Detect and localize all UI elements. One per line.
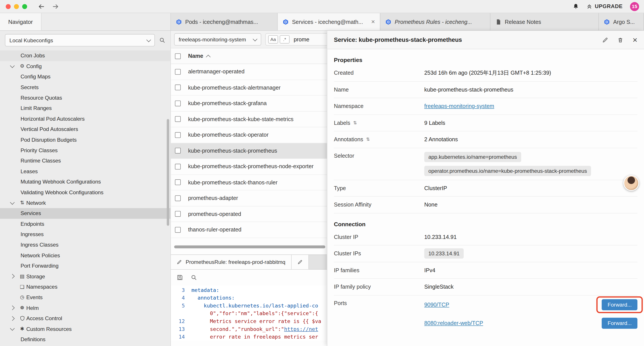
sidebar-item-network-policies[interactable]: Network Policies: [0, 250, 170, 261]
sidebar-item-network[interactable]: ⇅Network: [0, 198, 170, 208]
minimize-window-button[interactable]: [14, 4, 19, 9]
row-checkbox[interactable]: [175, 116, 180, 122]
namespace-link[interactable]: freeleaps-monitoring-system: [424, 103, 494, 109]
tab-services[interactable]: Services - icecheng@math... ×: [278, 13, 380, 30]
service-details-drawer: Service: kube-prometheus-stack-prometheu…: [327, 31, 644, 346]
item-label: Priority Classes: [20, 147, 58, 153]
sidebar-item-config-maps[interactable]: Config Maps: [0, 71, 170, 82]
tab-release-notes[interactable]: Release Notes: [490, 13, 599, 30]
row-checkbox[interactable]: [175, 148, 180, 153]
sidebar-item-services[interactable]: Services: [0, 208, 170, 219]
code-text: annotations:: [191, 294, 234, 302]
sidebar-item-resource-quotas[interactable]: Resource Quotas: [0, 92, 170, 103]
app-window: UPGRADE 15 Navigator Pods - icecheng@mat…: [0, 0, 644, 346]
close-window-button[interactable]: [6, 4, 10, 9]
match-case-toggle[interactable]: Aa: [268, 35, 278, 43]
item-label: Cron Jobs: [20, 52, 45, 59]
search-icon[interactable]: [190, 274, 197, 281]
kubernetes-icon: [385, 19, 392, 25]
sidebar-item-port-forwarding[interactable]: Port Forwarding: [0, 261, 170, 271]
delete-trash-icon[interactable]: [618, 37, 624, 43]
kubeconfig-selector[interactable]: Local Kubeconfigs: [5, 34, 155, 46]
detail-row-session-affinity: Session Affinity None: [334, 197, 638, 213]
sidebar-scrollbar[interactable]: [167, 119, 169, 226]
sidebar-item-leases[interactable]: Leases: [0, 166, 170, 177]
sidebar-item-vertical-pod-autoscalers[interactable]: Vertical Pod Autoscalers: [0, 124, 170, 134]
sidebar-item-secrets[interactable]: Secrets: [0, 82, 170, 92]
select-all-checkbox[interactable]: [175, 53, 180, 59]
port-link[interactable]: 8080:reloader-web/TCP: [424, 320, 483, 326]
sidebar-item-config[interactable]: ⚙Config: [0, 61, 170, 72]
row-checkbox[interactable]: [175, 180, 180, 185]
sidebar-item-ingresses[interactable]: Ingresses: [0, 229, 170, 240]
annotation-highlight-box: Forward...: [597, 296, 643, 313]
sidebar-item-priority-classes[interactable]: Priority Classes: [0, 145, 170, 155]
selector-badge: app.kubernetes.io/name=prometheus: [424, 152, 521, 162]
port-forward-button[interactable]: Forward...: [602, 299, 638, 310]
sidebar-item-horizontal-pod-autoscalers[interactable]: Horizontal Pod Autoscalers: [0, 113, 170, 124]
expand-toggle-icon[interactable]: ⇅: [366, 137, 370, 142]
notifications-bell-icon[interactable]: [572, 3, 579, 10]
sidebar-item-storage[interactable]: ▤Storage: [0, 271, 170, 282]
sidebar-item-namespaces[interactable]: ❏Namespaces: [0, 282, 170, 292]
horizontal-scrollbar[interactable]: [174, 245, 325, 248]
history-navigation: [38, 3, 59, 10]
row-checkbox[interactable]: [175, 69, 180, 74]
detail-label: Cluster IPs: [334, 251, 424, 257]
close-drawer-icon[interactable]: ×: [632, 36, 638, 44]
namespace-selector[interactable]: freeleaps-monitoring-system: [174, 33, 261, 45]
line-number: 5: [171, 302, 185, 310]
sidebar-item-mutating-webhook-configurations[interactable]: Mutating Webhook Configurations: [0, 177, 170, 187]
forward-icon[interactable]: [52, 3, 59, 10]
row-checkbox[interactable]: [175, 100, 180, 106]
sidebar-item-ingress-classes[interactable]: Ingress Classes: [0, 240, 170, 250]
sidebar-item-access-control[interactable]: Access Control: [0, 313, 170, 324]
tab-argo[interactable]: Argo S...: [599, 13, 644, 30]
name-column-header[interactable]: Name: [188, 53, 210, 59]
maximize-window-button[interactable]: [22, 4, 27, 9]
dock-tab-prometheusrule[interactable]: PrometheusRule: freeleaps-prod-rabbitmq: [171, 255, 291, 269]
line-number: 14: [171, 333, 185, 341]
row-checkbox[interactable]: [175, 227, 180, 233]
sidebar-item-events[interactable]: ◷Events: [0, 292, 170, 303]
close-tab-icon[interactable]: ×: [371, 18, 375, 25]
edit-pencil-icon[interactable]: [602, 37, 608, 43]
item-label: Access Control: [26, 315, 62, 322]
tab-pods[interactable]: Pods - icecheng@mathmas...: [171, 13, 278, 30]
detail-label: Annotations: [334, 136, 363, 143]
upgrade-button[interactable]: UPGRADE: [586, 3, 623, 9]
sidebar-item-definitions[interactable]: Definitions: [0, 334, 170, 345]
detail-value: SingleStack: [424, 284, 454, 290]
row-checkbox[interactable]: [175, 132, 180, 138]
service-name: kube-prometheus-stack-kube-state-metrics: [188, 116, 294, 122]
sidebar-item-validating-webhook-configurations[interactable]: Validating Webhook Configurations: [0, 187, 170, 198]
user-avatar[interactable]: [624, 175, 639, 191]
sidebar-item-cron-jobs[interactable]: Cron Jobs: [0, 50, 170, 61]
dock-tab-secondary[interactable]: [292, 255, 309, 269]
sidebar-item-custom-resources[interactable]: ✱Custom Resources: [0, 324, 170, 334]
drawer-body: Properties Created 253d 16h 6m ago (2025…: [327, 49, 644, 346]
code-link[interactable]: https://net: [284, 326, 318, 332]
sidebar-item-pod-disruption-budgets[interactable]: Pod Disruption Budgets: [0, 134, 170, 145]
port-forward-button[interactable]: Forward...: [602, 318, 638, 329]
row-checkbox[interactable]: [175, 164, 180, 169]
edit-pencil-icon: [297, 259, 302, 265]
chevron-right-icon: [10, 274, 15, 279]
back-icon[interactable]: [38, 3, 45, 10]
drawer-header: Service: kube-prometheus-stack-prometheu…: [327, 31, 644, 49]
row-checkbox[interactable]: [175, 195, 180, 201]
regex-toggle[interactable]: .*: [280, 35, 290, 43]
sidebar-item-endpoints[interactable]: Endpoints: [0, 219, 170, 229]
sidebar-item-runtime-classes[interactable]: Runtime Classes: [0, 155, 170, 166]
save-icon[interactable]: [177, 274, 183, 281]
notification-count-badge[interactable]: 15: [630, 2, 639, 11]
search-icon[interactable]: [159, 37, 166, 43]
tab-prometheus-rules[interactable]: Prometheus Rules - icecheng...: [380, 13, 490, 30]
expand-toggle-icon[interactable]: ⇅: [353, 120, 357, 125]
row-checkbox[interactable]: [175, 211, 180, 217]
port-link[interactable]: 9090/TCP: [424, 302, 449, 308]
row-checkbox[interactable]: [175, 85, 180, 90]
service-name: kube-prometheus-stack-operator: [188, 132, 268, 138]
sidebar-item-limit-ranges[interactable]: Limit Ranges: [0, 103, 170, 113]
sidebar-item-helm[interactable]: ☸Helm: [0, 303, 170, 313]
